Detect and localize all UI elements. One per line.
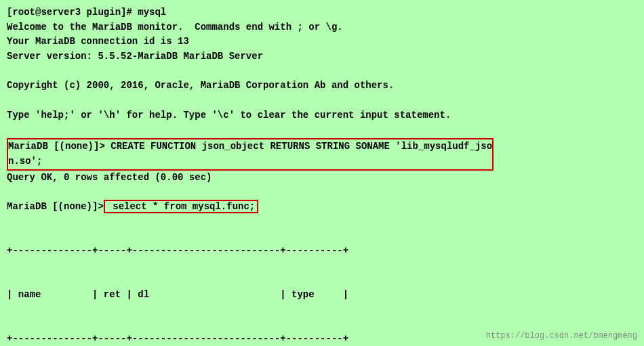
create-cmd-line1: MariaDB [(none)]> CREATE FUNCTION json_o…	[8, 139, 492, 154]
welcome-line: Welcome to the MariaDB monitor. Commands…	[7, 20, 637, 35]
watermark: https://blog.csdn.net/bmengmeng	[486, 331, 637, 341]
select-line: MariaDB [(none)]> select * from mysql.fu…	[7, 200, 637, 215]
blank-line-4	[7, 185, 637, 200]
create-function-block: MariaDB [(none)]> CREATE FUNCTION json_o…	[7, 138, 494, 170]
terminal-window: [root@server3 plugin]# mysql Welcome to …	[0, 0, 644, 346]
blank-line-3	[7, 123, 637, 138]
shell-prompt: [root@server3 plugin]# mysql	[7, 5, 637, 20]
table-output: +--------------+-----+------------------…	[7, 215, 637, 346]
connection-id-line: Your MariaDB connection id is 13	[7, 35, 637, 49]
server-version-line: Server version: 5.5.52-MariaDB MariaDB S…	[7, 49, 637, 64]
table-border-top: +--------------+-----+------------------…	[7, 244, 637, 259]
help-line: Type 'help;' or '\h' for help. Type '\c'…	[7, 108, 637, 123]
table-header-row: | name | ret | dl | type |	[7, 288, 637, 303]
copyright-line: Copyright (c) 2000, 2016, Oracle, MariaD…	[7, 79, 637, 93]
query-ok-line: Query OK, 0 rows affected (0.00 sec)	[7, 171, 637, 186]
blank-line-2	[7, 93, 637, 108]
create-cmd-line2: n.so';	[8, 154, 492, 169]
blank-line-1	[7, 64, 637, 79]
select-cmd-highlight: select * from mysql.func;	[104, 200, 258, 213]
